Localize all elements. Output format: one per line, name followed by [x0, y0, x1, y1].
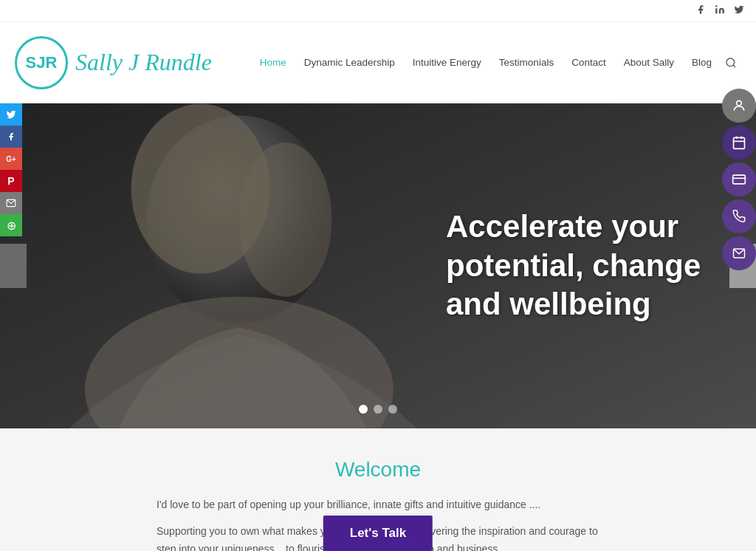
calendar-button[interactable] [722, 126, 756, 160]
hero-headline: Accelerate your potential, change and we… [446, 208, 726, 324]
hero-dots [359, 405, 397, 414]
site-header: SJR Sally J Rundle Home Dynamic Leadersh… [0, 22, 756, 103]
share-googleplus-button[interactable]: G+ [0, 148, 22, 170]
share-pinterest-button[interactable]: P [0, 170, 22, 192]
nav-contact[interactable]: Contact [563, 57, 615, 68]
logo-link[interactable]: SJR Sally J Rundle [15, 36, 212, 89]
google-plus-icon: G+ [6, 155, 16, 163]
svg-rect-5 [734, 137, 745, 148]
svg-line-2 [733, 65, 735, 67]
logo-initials: SJR [26, 53, 58, 72]
user-profile-button[interactable] [722, 89, 756, 123]
hero-prev-arrow[interactable]: ‹ [0, 244, 27, 288]
svg-point-4 [737, 100, 742, 106]
nav-home[interactable]: Home [251, 57, 295, 68]
share-twitter-button[interactable] [0, 103, 22, 126]
search-icon[interactable] [721, 52, 741, 73]
welcome-para-1: I'd love to be part of opening up your b… [157, 496, 599, 514]
card-button[interactable] [722, 162, 756, 196]
topbar-facebook-link[interactable] [695, 4, 706, 17]
hero-dot-3[interactable] [388, 405, 397, 414]
share-more-button[interactable]: ⊕ [0, 214, 22, 236]
share-facebook-button[interactable] [0, 126, 22, 148]
svg-point-1 [726, 58, 735, 66]
topbar-linkedin-link[interactable] [715, 4, 725, 17]
right-floating-buttons [722, 89, 756, 270]
logo-circle: SJR [15, 36, 68, 89]
topbar-twitter-link[interactable] [734, 4, 744, 17]
lets-talk-button[interactable]: Let's Talk [323, 516, 433, 551]
email-button[interactable] [722, 236, 756, 270]
more-icon: ⊕ [7, 219, 16, 233]
top-bar [0, 0, 756, 22]
social-sidebar: G+ P ⊕ [0, 103, 22, 236]
nav-testimonials[interactable]: Testimonials [490, 57, 563, 68]
main-nav: Home Dynamic Leadership Intuitive Energy… [251, 52, 741, 73]
nav-intuitive-energy[interactable]: Intuitive Energy [404, 57, 490, 68]
nav-dynamic-leadership[interactable]: Dynamic Leadership [295, 57, 404, 68]
share-email-button[interactable] [0, 192, 22, 214]
nav-about-sally[interactable]: About Sally [615, 57, 683, 68]
svg-point-0 [715, 5, 717, 7]
svg-rect-9 [733, 175, 746, 184]
site-title: Sally J Rundle [75, 49, 212, 76]
phone-button[interactable] [722, 199, 756, 233]
hero-section: Accelerate your potential, change and we… [0, 103, 756, 428]
pinterest-icon: P [7, 175, 14, 187]
hero-dot-2[interactable] [374, 405, 382, 414]
welcome-title: Welcome [15, 458, 741, 482]
cta-area: Let's Talk [323, 516, 433, 551]
hero-dot-1[interactable] [359, 405, 368, 414]
hero-text-block: Accelerate your potential, change and we… [446, 208, 726, 324]
nav-blog[interactable]: Blog [683, 57, 721, 68]
